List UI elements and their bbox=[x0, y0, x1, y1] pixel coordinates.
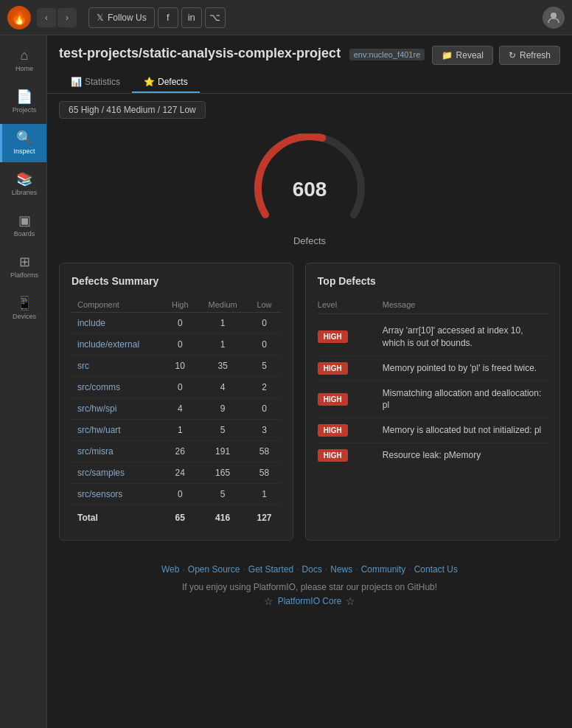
sidebar-label-devices: Devices bbox=[13, 313, 36, 320]
level-cell: HIGH bbox=[318, 362, 377, 375]
footer-separator: · bbox=[355, 564, 358, 575]
gauge-value: 608 bbox=[293, 178, 327, 201]
footer-link-community[interactable]: Community bbox=[361, 564, 406, 575]
cell-medium: 5 bbox=[198, 420, 248, 441]
tab-statistics[interactable]: 📊 Statistics bbox=[59, 72, 132, 93]
linkedin-button[interactable]: in bbox=[181, 7, 202, 28]
cell-high: 0 bbox=[162, 377, 198, 398]
footer-separator: · bbox=[408, 564, 411, 575]
app-logo[interactable]: 🔥 bbox=[7, 6, 31, 30]
defect-row: HIGH Memory is allocated but not initial… bbox=[318, 418, 548, 443]
footer-link-get-started[interactable]: Get Started bbox=[248, 564, 293, 575]
svg-point-0 bbox=[551, 13, 557, 18]
footer-link-open-source[interactable]: Open Source bbox=[188, 564, 240, 575]
table-header-row: Component High Medium Low bbox=[72, 297, 281, 313]
back-button[interactable]: ‹ bbox=[37, 8, 56, 27]
tab-defects[interactable]: ⭐ Defects bbox=[132, 72, 200, 93]
forward-button[interactable]: › bbox=[57, 8, 77, 27]
cell-low: 2 bbox=[248, 377, 281, 398]
col-level-header: Level bbox=[318, 300, 377, 309]
footer-link-docs[interactable]: Docs bbox=[302, 564, 322, 575]
sidebar-item-libraries[interactable]: 📚 Libraries bbox=[0, 165, 46, 204]
promo-text: If you enjoy using PlatformIO, please st… bbox=[59, 582, 560, 592]
footer-link-contact-us[interactable]: Contact Us bbox=[414, 564, 458, 575]
defect-message: Resource leak: pMemory bbox=[383, 449, 548, 462]
sidebar-item-projects[interactable]: 📄 Projects bbox=[0, 83, 46, 121]
cell-total-label: Total bbox=[72, 505, 162, 529]
cell-high: 4 bbox=[162, 398, 198, 420]
footer-link-news[interactable]: News bbox=[330, 564, 352, 575]
sidebar-item-boards[interactable]: ▣ Boards bbox=[0, 207, 46, 245]
libraries-icon: 📚 bbox=[16, 173, 32, 186]
content-panels: Defects Summary Component High Medium Lo… bbox=[47, 254, 572, 550]
social-links: 𝕏 Follow Us f in ⌥ bbox=[88, 7, 226, 28]
pio-core-link[interactable]: ☆ PlatformIO Core ☆ bbox=[59, 595, 560, 607]
sidebar-item-inspect[interactable]: 🔍 Inspect bbox=[0, 124, 46, 162]
table-row: src/comms 0 4 2 bbox=[72, 377, 281, 398]
cell-high: 24 bbox=[162, 462, 198, 484]
footer-separator: · bbox=[182, 564, 184, 575]
defect-message: Memory pointed to by 'pl' is freed twice… bbox=[383, 362, 548, 375]
sidebar-item-home[interactable]: ⌂ Home bbox=[0, 41, 46, 80]
cell-component: src/hw/uart bbox=[72, 420, 162, 441]
sidebar-label-platforms: Platforms bbox=[10, 271, 38, 279]
follow-us-button[interactable]: 𝕏 Follow Us bbox=[88, 7, 155, 28]
table-row: src 10 35 5 bbox=[72, 356, 281, 377]
level-cell: HIGH bbox=[318, 424, 377, 437]
cell-medium: 9 bbox=[198, 398, 248, 420]
table-row: include/external 0 1 0 bbox=[72, 334, 281, 356]
footer-links: Web·Open Source·Get Started·Docs·News·Co… bbox=[59, 564, 560, 575]
twitter-icon: 𝕏 bbox=[97, 13, 104, 23]
home-icon: ⌂ bbox=[21, 49, 29, 62]
tabs-row: 📊 Statistics ⭐ Defects bbox=[47, 65, 572, 94]
sidebar-label-libraries: Libraries bbox=[12, 189, 38, 196]
refresh-button[interactable]: ↻ Refresh bbox=[499, 46, 560, 65]
defect-row: HIGH Mismatching allocation and dealloca… bbox=[318, 381, 548, 419]
level-cell: HIGH bbox=[318, 449, 377, 462]
sidebar-item-devices[interactable]: 📱 Devices bbox=[0, 289, 46, 327]
cell-low: 58 bbox=[248, 441, 281, 462]
nav-arrows: ‹ › bbox=[37, 8, 77, 27]
footer-link-web[interactable]: Web bbox=[161, 564, 179, 575]
boards-icon: ▣ bbox=[18, 214, 31, 227]
topbar: 🔥 ‹ › 𝕏 Follow Us f in ⌥ bbox=[0, 0, 572, 35]
cell-high: 0 bbox=[162, 334, 198, 356]
cell-medium: 1 bbox=[198, 313, 248, 334]
footer-separator: · bbox=[243, 564, 245, 575]
defect-message: Memory is allocated but not initialized:… bbox=[383, 424, 548, 437]
cell-component: src/misra bbox=[72, 441, 162, 462]
sidebar-label-inspect: Inspect bbox=[13, 148, 35, 155]
high-badge: HIGH bbox=[318, 424, 348, 437]
table-row: src/hw/uart 1 5 3 bbox=[72, 420, 281, 441]
col-low: Low bbox=[248, 297, 281, 313]
cell-component: include/external bbox=[72, 334, 162, 356]
summary-badge: 65 High / 416 Medium / 127 Low bbox=[59, 101, 206, 119]
footer: Web·Open Source·Get Started·Docs·News·Co… bbox=[47, 550, 572, 614]
statistics-icon: 📊 bbox=[71, 77, 82, 87]
high-badge: HIGH bbox=[318, 330, 348, 343]
content-header: test-projects/static-analysis-complex-pr… bbox=[47, 35, 572, 65]
cell-component: src bbox=[72, 356, 162, 377]
sidebar-item-platforms[interactable]: ⊞ Platforms bbox=[0, 248, 46, 286]
cell-high: 10 bbox=[162, 356, 198, 377]
col-medium: Medium bbox=[198, 297, 248, 313]
github-button[interactable]: ⌥ bbox=[205, 7, 226, 28]
cell-total-medium: 416 bbox=[198, 505, 248, 529]
cell-high: 26 bbox=[162, 441, 198, 462]
sidebar: ⌂ Home 📄 Projects 🔍 Inspect 📚 Libraries … bbox=[0, 35, 47, 728]
sidebar-label-home: Home bbox=[15, 65, 33, 72]
cell-low: 0 bbox=[248, 334, 281, 356]
defect-message: Mismatching allocation and deallocation:… bbox=[383, 387, 548, 412]
main-content: test-projects/static-analysis-complex-pr… bbox=[47, 35, 572, 728]
facebook-button[interactable]: f bbox=[158, 7, 178, 28]
refresh-icon: ↻ bbox=[509, 50, 516, 60]
table-row: src/misra 26 191 58 bbox=[72, 441, 281, 462]
gauge-section: 608 Defects bbox=[47, 119, 572, 254]
star-left-icon: ☆ bbox=[264, 595, 273, 607]
reveal-button[interactable]: 📁 Reveal bbox=[432, 46, 493, 65]
col-high: High bbox=[162, 297, 198, 313]
user-avatar[interactable] bbox=[543, 7, 565, 29]
github-icon: ⌥ bbox=[209, 12, 220, 23]
cell-high: 1 bbox=[162, 420, 198, 441]
sidebar-label-boards: Boards bbox=[14, 230, 35, 238]
